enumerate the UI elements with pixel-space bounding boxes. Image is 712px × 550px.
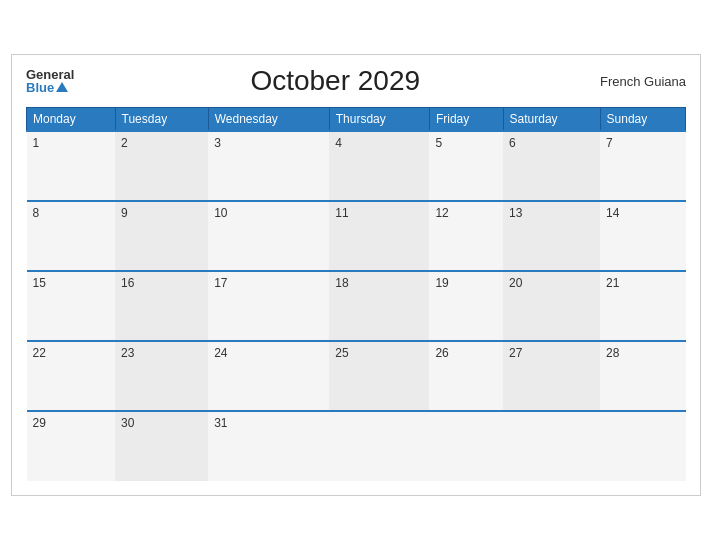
calendar-cell: 20 (503, 271, 600, 341)
weekday-header-monday: Monday (27, 108, 116, 132)
calendar-cell: 15 (27, 271, 116, 341)
calendar-cell: 10 (208, 201, 329, 271)
calendar-header: General Blue October 2029 French Guiana (26, 65, 686, 97)
week-row-2: 15161718192021 (27, 271, 686, 341)
calendar-cell: 6 (503, 131, 600, 201)
calendar-title: October 2029 (74, 65, 596, 97)
calendar-cell: 16 (115, 271, 208, 341)
calendar-cell: 11 (329, 201, 429, 271)
weekday-header-friday: Friday (429, 108, 503, 132)
calendar-cell: 2 (115, 131, 208, 201)
week-row-1: 891011121314 (27, 201, 686, 271)
calendar-cell: 4 (329, 131, 429, 201)
calendar-cell: 25 (329, 341, 429, 411)
logo-triangle-icon (56, 82, 68, 92)
calendar-container: General Blue October 2029 French Guiana … (11, 54, 701, 496)
calendar-cell: 27 (503, 341, 600, 411)
weekday-header-saturday: Saturday (503, 108, 600, 132)
weekday-header-thursday: Thursday (329, 108, 429, 132)
calendar-cell: 17 (208, 271, 329, 341)
calendar-cell: 24 (208, 341, 329, 411)
calendar-cell: 8 (27, 201, 116, 271)
week-row-4: 293031 (27, 411, 686, 481)
calendar-cell: 22 (27, 341, 116, 411)
calendar-table: MondayTuesdayWednesdayThursdayFridaySatu… (26, 107, 686, 481)
calendar-cell: 30 (115, 411, 208, 481)
calendar-cell (600, 411, 685, 481)
calendar-cell: 13 (503, 201, 600, 271)
calendar-cell (329, 411, 429, 481)
calendar-cell: 9 (115, 201, 208, 271)
weekday-header-sunday: Sunday (600, 108, 685, 132)
logo: General Blue (26, 68, 74, 94)
week-row-3: 22232425262728 (27, 341, 686, 411)
calendar-cell: 18 (329, 271, 429, 341)
region-label: French Guiana (596, 74, 686, 89)
calendar-tbody: 1234567891011121314151617181920212223242… (27, 131, 686, 481)
calendar-cell: 12 (429, 201, 503, 271)
calendar-cell: 14 (600, 201, 685, 271)
weekday-header-row: MondayTuesdayWednesdayThursdayFridaySatu… (27, 108, 686, 132)
calendar-cell: 28 (600, 341, 685, 411)
calendar-cell: 3 (208, 131, 329, 201)
calendar-cell: 23 (115, 341, 208, 411)
calendar-cell: 29 (27, 411, 116, 481)
weekday-header-wednesday: Wednesday (208, 108, 329, 132)
calendar-cell: 5 (429, 131, 503, 201)
calendar-thead: MondayTuesdayWednesdayThursdayFridaySatu… (27, 108, 686, 132)
calendar-cell: 26 (429, 341, 503, 411)
week-row-0: 1234567 (27, 131, 686, 201)
calendar-cell: 21 (600, 271, 685, 341)
calendar-cell: 1 (27, 131, 116, 201)
calendar-cell: 19 (429, 271, 503, 341)
calendar-cell: 31 (208, 411, 329, 481)
calendar-cell (429, 411, 503, 481)
weekday-header-tuesday: Tuesday (115, 108, 208, 132)
calendar-cell (503, 411, 600, 481)
calendar-cell: 7 (600, 131, 685, 201)
logo-blue-text: Blue (26, 81, 74, 94)
